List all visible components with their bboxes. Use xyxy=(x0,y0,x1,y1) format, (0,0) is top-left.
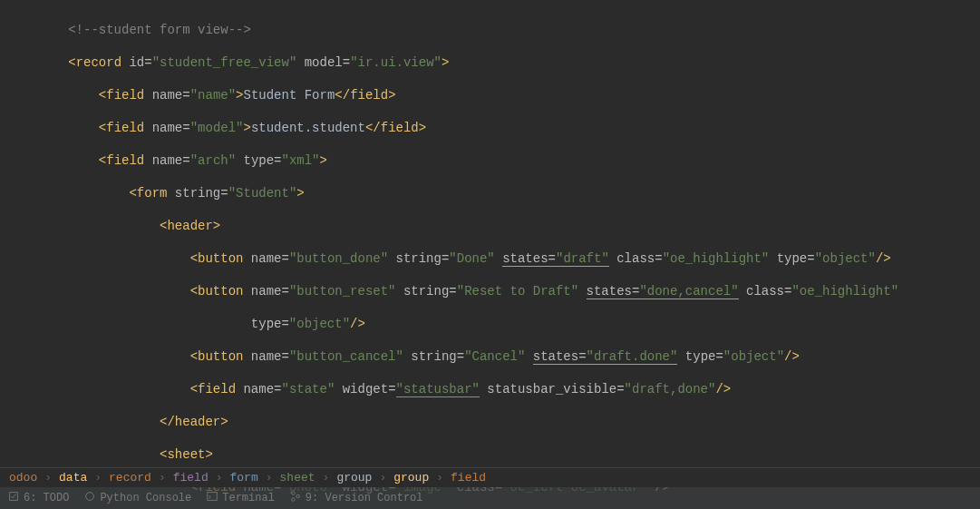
breadcrumb-item[interactable]: group xyxy=(333,471,375,485)
vcs-icon xyxy=(289,490,302,506)
toolbar-version-control[interactable]: 9: Version Control xyxy=(289,490,423,506)
python-icon xyxy=(83,490,96,506)
svg-point-3 xyxy=(291,492,295,495)
code-editor[interactable]: <!--student form view--> <record id="stu… xyxy=(0,0,980,509)
toolbar-python-console[interactable]: Python Console xyxy=(83,490,191,506)
breadcrumb-sep: › xyxy=(262,471,277,485)
terminal-icon xyxy=(206,490,218,506)
breadcrumb-item[interactable]: field xyxy=(170,471,212,485)
breadcrumb-item[interactable]: sheet xyxy=(277,471,319,485)
comment: <!--student form view--> xyxy=(7,23,251,37)
breadcrumb-sep: › xyxy=(375,471,390,485)
breadcrumb-bar: odoo › data › record › field › form › sh… xyxy=(0,467,980,487)
toolbar-label: 6: TODO xyxy=(24,492,69,504)
breadcrumb-sep: › xyxy=(319,471,334,485)
svg-rect-2 xyxy=(208,493,218,501)
svg-point-1 xyxy=(86,493,94,501)
todo-icon xyxy=(7,490,20,506)
breadcrumb-item[interactable]: odoo xyxy=(5,471,41,485)
breadcrumb-sep: › xyxy=(432,471,447,485)
toolbar-terminal[interactable]: Terminal xyxy=(206,490,275,506)
breadcrumb-sep: › xyxy=(41,471,55,485)
svg-point-4 xyxy=(291,498,295,502)
breadcrumb-item[interactable]: field xyxy=(447,471,490,485)
breadcrumb-item[interactable]: data xyxy=(55,471,91,485)
breadcrumb-sep: › xyxy=(91,471,105,485)
breadcrumb-item[interactable]: group xyxy=(390,471,432,485)
breadcrumb-sep: › xyxy=(212,471,227,485)
toolbar-todo[interactable]: 6: TODO xyxy=(7,490,69,506)
bottom-toolbar: 6: TODO Python Console Terminal 9: Versi… xyxy=(0,487,980,509)
breadcrumb-item[interactable]: form xyxy=(227,471,262,485)
toolbar-label: Terminal xyxy=(222,492,275,504)
breadcrumb-sep: › xyxy=(155,471,170,485)
toolbar-label: Python Console xyxy=(100,492,191,504)
svg-point-5 xyxy=(296,494,300,498)
toolbar-label: 9: Version Control xyxy=(306,492,423,504)
breadcrumb-item[interactable]: record xyxy=(105,471,155,485)
